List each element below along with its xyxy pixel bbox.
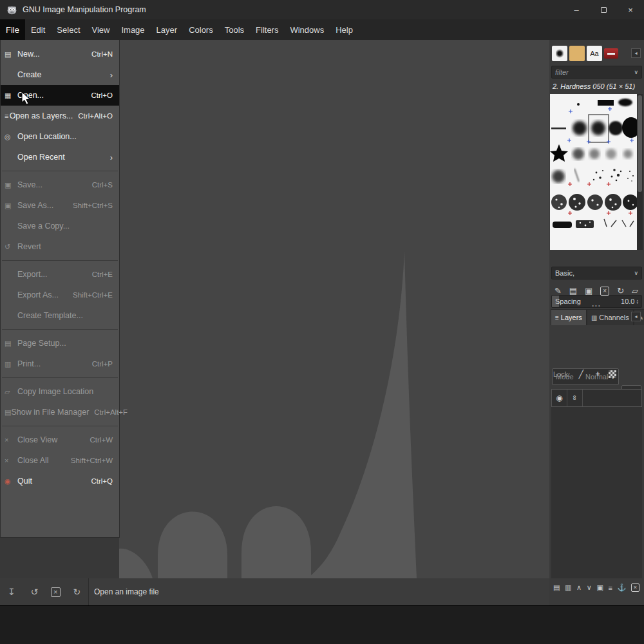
tab-channels[interactable]: ▥ Channels bbox=[587, 309, 634, 325]
menu-item-open-as-layers[interactable]: ≡ Open as Layers...Ctrl+Alt+O bbox=[1, 106, 119, 126]
menu-filters[interactable]: Filters bbox=[250, 19, 284, 40]
layers-icon: ≡ bbox=[5, 112, 10, 120]
duplicate-brush-icon[interactable]: ▣ bbox=[585, 286, 592, 296]
canvas-area[interactable] bbox=[119, 40, 549, 578]
minimize-button[interactable]: – bbox=[563, 0, 590, 19]
menu-edit[interactable]: Edit bbox=[25, 19, 51, 40]
layers-dock-collapse-button[interactable]: ◂ bbox=[631, 312, 641, 321]
scrollbar-thumb[interactable] bbox=[638, 95, 642, 192]
layer-row[interactable]: ◉ ∞ bbox=[551, 389, 642, 407]
menu-item-close-all: × Close AllShift+Ctrl+W bbox=[1, 450, 119, 471]
quit-icon: ◉ bbox=[5, 477, 17, 486]
menu-item-export-as: Export As...Shift+Ctrl+E bbox=[1, 285, 119, 305]
menu-separator bbox=[2, 426, 118, 426]
submenu-arrow-icon: › bbox=[110, 70, 113, 80]
menu-select[interactable]: Select bbox=[51, 19, 86, 40]
selected-brush-label: 2. Hardness 050 (51 × 51) bbox=[553, 82, 635, 90]
save-as-icon: ▣ bbox=[5, 202, 17, 210]
save-tool-preset-icon[interactable]: ↧ bbox=[5, 587, 18, 597]
new-layer-icon[interactable]: ▤ bbox=[553, 583, 560, 592]
menu-item-open[interactable]: ▦ Open...Ctrl+O bbox=[1, 85, 119, 106]
raise-layer-icon[interactable]: ∧ bbox=[576, 583, 582, 592]
menu-separator bbox=[2, 171, 118, 171]
lock-alpha-icon[interactable] bbox=[609, 370, 616, 378]
tab-layers[interactable]: ≡ Layers bbox=[551, 309, 587, 325]
visibility-toggle[interactable]: ◉ bbox=[552, 390, 567, 406]
channels-icon: ▥ bbox=[591, 314, 597, 321]
menu-item-quit[interactable]: ◉ QuitCtrl+Q bbox=[1, 471, 119, 491]
layer-list[interactable] bbox=[551, 407, 642, 578]
file-menu-dropdown: ▤ New...Ctrl+N Create › ▦ Open...Ctrl+O … bbox=[0, 40, 120, 538]
link-toggle[interactable]: ∞ bbox=[567, 390, 583, 406]
new-brush-icon[interactable]: ▤ bbox=[569, 286, 577, 296]
menu-item-export: Export...Ctrl+E bbox=[1, 264, 119, 285]
revert-icon: ↺ bbox=[5, 243, 17, 251]
lock-label: Lock: bbox=[553, 370, 570, 378]
window-title: GNU Image Manipulation Program bbox=[23, 5, 146, 14]
dock-grip[interactable]: ••• bbox=[549, 303, 644, 308]
close-view-icon: × bbox=[5, 436, 17, 444]
printer-icon: ▥ bbox=[5, 360, 17, 368]
restore-tool-preset-icon[interactable]: ↺ bbox=[28, 587, 41, 597]
menu-help[interactable]: Help bbox=[330, 19, 359, 40]
delete-tool-preset-icon[interactable]: × bbox=[51, 587, 61, 597]
menu-file[interactable]: File bbox=[0, 19, 25, 40]
menu-item-revert: ↺ Revert bbox=[1, 236, 119, 257]
merge-layer-icon[interactable]: ≡ bbox=[609, 584, 612, 592]
open-brush-icon[interactable]: ▱ bbox=[632, 286, 638, 296]
lock-pixels-icon[interactable]: ╱ bbox=[575, 370, 587, 379]
reset-tool-options-icon[interactable]: ↻ bbox=[70, 587, 83, 597]
tab-patterns[interactable] bbox=[569, 46, 585, 61]
submenu-arrow-icon: › bbox=[110, 153, 113, 162]
menu-view[interactable]: View bbox=[86, 19, 116, 40]
tool-options-footer: ↧ ↺ × ↻ bbox=[0, 578, 89, 605]
duplicate-layer-icon[interactable]: ▣ bbox=[597, 583, 603, 592]
close-all-icon: × bbox=[5, 457, 17, 464]
gradient-icon bbox=[607, 53, 615, 55]
menu-separator bbox=[2, 260, 118, 261]
tab-brushes[interactable] bbox=[552, 46, 567, 61]
menu-separator bbox=[2, 329, 118, 330]
lock-row: Lock: ╱ + bbox=[553, 370, 616, 379]
menu-item-new[interactable]: ▤ New...Ctrl+N bbox=[1, 44, 119, 64]
anchor-layer-icon[interactable]: ⚓ bbox=[618, 583, 627, 592]
brushes-toolbar: ✎ ▤ ▣ × ↻ ▱ bbox=[554, 286, 638, 296]
menu-image[interactable]: Image bbox=[115, 19, 150, 40]
title-bar: GNU Image Manipulation Program – × bbox=[0, 0, 644, 19]
collapse-icon: ◂ bbox=[634, 50, 637, 56]
menu-colors[interactable]: Colors bbox=[183, 19, 219, 40]
edit-brush-icon[interactable]: ✎ bbox=[554, 286, 562, 296]
delete-layer-icon[interactable]: × bbox=[631, 583, 639, 592]
font-icon: Aa bbox=[590, 50, 598, 57]
new-group-icon[interactable]: ▥ bbox=[565, 583, 571, 592]
close-button[interactable]: × bbox=[617, 0, 644, 19]
menu-windows[interactable]: Windows bbox=[284, 19, 330, 40]
menu-tools[interactable]: Tools bbox=[219, 19, 250, 40]
file-manager-icon: ▤ bbox=[5, 408, 11, 417]
chevron-down-icon: ∨ bbox=[634, 270, 638, 276]
menu-item-create[interactable]: Create › bbox=[1, 64, 119, 85]
brush-grid-scrollbar[interactable] bbox=[637, 94, 643, 250]
menu-separator bbox=[2, 377, 118, 378]
menu-layer[interactable]: Layer bbox=[151, 19, 184, 40]
brush-grid[interactable] bbox=[550, 94, 637, 250]
tab-fonts[interactable]: Aa bbox=[587, 46, 602, 61]
collapse-icon: ◂ bbox=[634, 314, 637, 319]
save-icon: ▣ bbox=[5, 181, 17, 189]
lower-layer-icon[interactable]: ∨ bbox=[587, 583, 592, 592]
lock-position-icon[interactable]: + bbox=[592, 370, 603, 379]
chain-icon: ∞ bbox=[571, 395, 579, 401]
menu-item-open-location[interactable]: ◎ Open Location... bbox=[1, 126, 119, 147]
refresh-brushes-icon[interactable]: ↻ bbox=[617, 286, 624, 296]
brush-group-dropdown[interactable]: Basic, ∨ bbox=[551, 267, 642, 279]
brush-filter-input[interactable]: filter ∨ bbox=[551, 66, 642, 79]
restore-button[interactable] bbox=[590, 0, 617, 19]
delete-brush-icon[interactable]: × bbox=[600, 287, 609, 296]
menu-item-open-recent[interactable]: Open Recent › bbox=[1, 147, 119, 167]
mouse-cursor bbox=[21, 91, 32, 106]
tab-gradients[interactable] bbox=[604, 48, 618, 59]
page-setup-icon: ▤ bbox=[5, 339, 17, 348]
layers-footer-toolbar: ▤ ▥ ∧ ∨ ▣ ≡ ⚓ × bbox=[553, 583, 639, 592]
dock-collapse-button[interactable]: ◂ bbox=[631, 48, 641, 58]
menu-item-page-setup: ▤ Page Setup... bbox=[1, 333, 119, 354]
